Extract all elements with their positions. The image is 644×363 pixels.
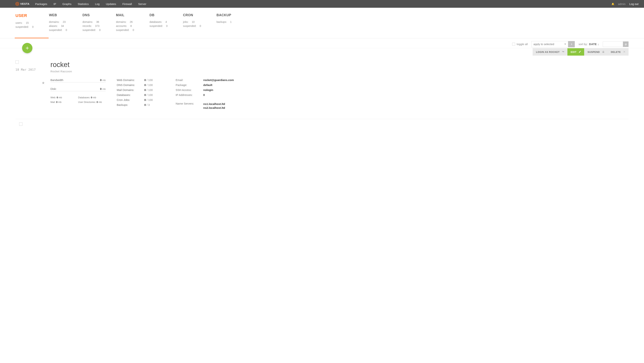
stats-col-user[interactable]: USER users:15 suspended:0 (16, 13, 49, 32)
nav-statistics[interactable]: Statistics (78, 2, 89, 6)
stats-col-mail[interactable]: MAIL domains:26 accounts:8 suspended:0 (116, 13, 150, 32)
disk-web: Web: 0 mb (50, 96, 78, 99)
stats-title-user: USER (16, 13, 49, 18)
search-input[interactable] (603, 42, 623, 47)
sort-desc-icon (598, 42, 599, 46)
apply-go-button[interactable] (568, 41, 575, 47)
nav-server[interactable]: Server (138, 2, 146, 6)
stats-title-mail: MAIL (116, 13, 150, 17)
chevron-right-icon (571, 42, 572, 46)
delete-button[interactable]: DELETE (608, 48, 628, 56)
user-row: 18 Mar 2017 ★ rocket Rocket Raccoon Band… (16, 58, 628, 119)
star-icon[interactable]: ★ (16, 81, 50, 85)
chevron-down-icon (564, 44, 566, 45)
row-checkbox[interactable] (19, 122, 22, 126)
stats-col-db[interactable]: DB databases:4 suspended:0 (150, 13, 183, 32)
top-nav: VESTA Packages IP Graphs Statistics Log … (0, 0, 644, 8)
toggle-all-checkbox[interactable] (512, 43, 515, 46)
topnav-items: Packages IP Graphs Statistics Log Update… (35, 2, 146, 6)
limit-databases: Databases:0 / 100 (117, 93, 164, 96)
suspend-button[interactable]: SUSPEND (584, 48, 607, 56)
stats-col-cron[interactable]: CRON jobs:10 suspended:0 (183, 13, 216, 32)
vesta-logo-icon (16, 2, 19, 6)
listing: + LOGIN AS ROCKET EDIT SUSPEND (0, 48, 644, 133)
nav-updates[interactable]: Updates (106, 2, 116, 6)
row-checkbox[interactable] (16, 60, 19, 64)
disk-mail: Mail: 0 mb (50, 101, 78, 104)
next-row (16, 119, 628, 126)
nav-firewall[interactable]: Firewall (122, 2, 132, 6)
brand-text: VESTA (20, 2, 30, 5)
key-icon (562, 50, 564, 54)
toggle-all-label[interactable]: toggle all (516, 42, 528, 46)
search-icon (625, 42, 627, 46)
disk-databases: Databases: 0 mb (78, 96, 106, 99)
sortby-label: sort by: (578, 42, 588, 46)
limit-cron-jobs: Cron Jobs:0 / 100 (117, 98, 164, 102)
search-button[interactable] (623, 42, 628, 47)
stats-col-web[interactable]: WEB domains:23 aliases:34 suspended:0 (49, 13, 82, 32)
add-user-button[interactable]: + (22, 43, 32, 53)
bandwidth-row: Bandwidth 0 mb (50, 78, 106, 82)
apply-to-selected-dropdown[interactable]: apply to selected (531, 41, 568, 47)
limit-mail-domains: Mail Domains:0 / 100 (117, 88, 164, 92)
stats-title-cron: CRON (183, 13, 216, 17)
login-as-button[interactable]: LOGIN AS ROCKET (532, 48, 567, 56)
pencil-icon (579, 50, 581, 54)
limit-backups: Backups:0 / 3 (117, 103, 164, 106)
brand-logo[interactable]: VESTA (16, 2, 30, 6)
section-stats: USER users:15 suspended:0 WEB domains:23… (0, 8, 644, 38)
row-actionbar: LOGIN AS ROCKET EDIT SUSPEND DELETE (16, 48, 628, 56)
stats-title-backup: BACKUP (216, 13, 250, 17)
row-date: 18 Mar 2017 (16, 68, 50, 72)
limit-web-domains: Web Domains:0 / 100 (117, 78, 164, 82)
close-icon (623, 50, 626, 54)
nav-log[interactable]: Log (95, 2, 100, 6)
disk-userdirs: User Directories: 0 mb (78, 101, 106, 104)
logout-link[interactable]: Log out (629, 2, 638, 6)
nav-ip[interactable]: IP (54, 2, 56, 6)
stats-title-dns: DNS (82, 13, 116, 17)
nav-packages[interactable]: Packages (35, 2, 47, 6)
lock-icon (602, 50, 604, 54)
info-ips: IP Addresses:0 (176, 93, 238, 96)
list-toolbar: toggle all apply to selected sort by: DA… (0, 38, 644, 48)
current-user-label[interactable]: admin (618, 2, 626, 6)
stats-title-db: DB (150, 13, 183, 17)
edit-button[interactable]: EDIT (568, 48, 584, 56)
disk-row: Disk: 0 mb (50, 87, 106, 91)
info-ssh: SSH Access:nologin (176, 88, 238, 92)
info-nameservers: Name Servers: ns1.localhost.ltdns2.local… (176, 102, 238, 110)
stats-title-web: WEB (49, 13, 82, 17)
nav-graphs[interactable]: Graphs (62, 2, 72, 6)
info-package: Package:default (176, 84, 238, 86)
sortby-value[interactable]: DATE (589, 42, 599, 46)
fullname: Rocket Raccoon (50, 70, 628, 73)
username: rocket (50, 61, 628, 69)
notification-bell-icon[interactable]: 🔔 (612, 2, 614, 5)
stats-col-dns[interactable]: DNS domains:36 records:373 suspended:0 (82, 13, 116, 32)
stats-col-backup[interactable]: BACKUP backups:1 (216, 13, 250, 32)
info-email: Email:rocket@guardians.com (176, 78, 238, 82)
limit-dns-domains: DNS Domains:0 / 100 (117, 84, 164, 86)
